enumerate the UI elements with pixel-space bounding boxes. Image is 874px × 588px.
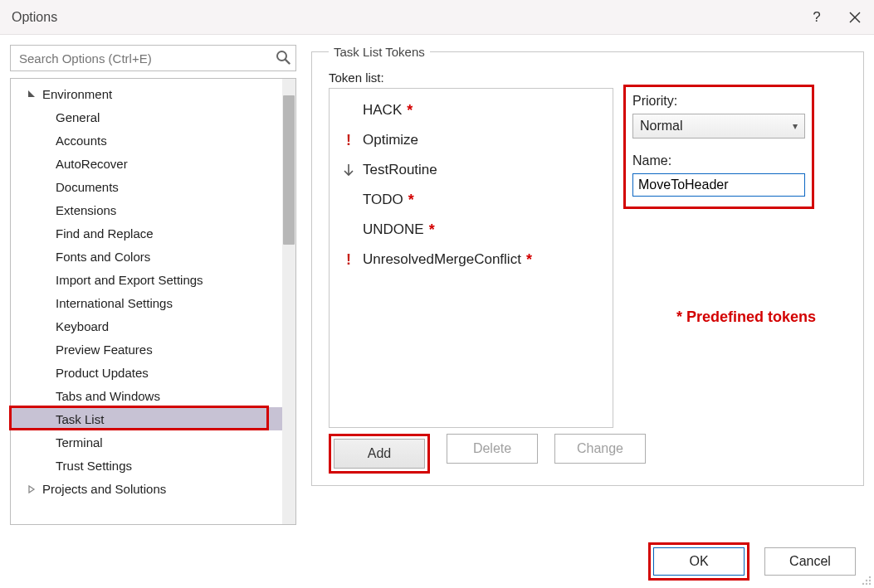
ok-button[interactable]: OK — [653, 547, 745, 576]
tree-item-accounts[interactable]: Accounts — [11, 129, 282, 152]
svg-point-8 — [866, 580, 867, 581]
window-title: Options — [12, 10, 798, 25]
expand-expanded-icon — [26, 86, 37, 100]
tree-item-label: Environment — [42, 87, 112, 101]
tree-item-label: General — [56, 110, 100, 124]
tree-item-label: Accounts — [56, 134, 107, 148]
cancel-button[interactable]: Cancel — [764, 547, 856, 576]
tree-item-label: International Settings — [56, 296, 173, 310]
svg-marker-4 — [28, 90, 35, 97]
tree-item-documents[interactable]: Documents — [11, 175, 282, 198]
svg-line-3 — [286, 60, 290, 64]
tree-item-label: Import and Export Settings — [56, 273, 203, 287]
resize-grip-icon[interactable] — [859, 573, 872, 586]
token-item[interactable]: TestRoutine — [330, 155, 613, 185]
search-icon — [276, 50, 291, 67]
svg-point-12 — [869, 583, 871, 585]
predefined-tokens-note: * Predefined tokens — [676, 309, 816, 326]
tree-item-label: Documents — [56, 180, 119, 194]
annotation-ok-box: OK — [648, 542, 749, 581]
token-item[interactable]: !Optimize — [330, 125, 613, 155]
tree-item-label: Extensions — [56, 203, 116, 217]
token-list[interactable]: HACK*!OptimizeTestRoutineTODO*UNDONE*!Un… — [329, 88, 613, 428]
tree-scroll-thumb[interactable] — [283, 95, 295, 245]
tree-item-label: Fonts and Colors — [56, 250, 150, 264]
group-title: Task List Tokens — [329, 45, 430, 59]
priority-value: Normal — [640, 119, 683, 134]
tree-item-label: Keyboard — [56, 319, 109, 333]
token-item[interactable]: TODO* — [330, 185, 613, 215]
predefined-star-icon: * — [407, 102, 413, 119]
tree-item-label: Terminal — [56, 435, 103, 450]
close-button[interactable] — [836, 0, 874, 35]
tree-item-product-updates[interactable]: Product Updates — [11, 361, 282, 384]
tree-item-label: Product Updates — [56, 366, 149, 380]
change-button[interactable]: Change — [554, 434, 646, 464]
tree-item-international-settings[interactable]: International Settings — [11, 291, 282, 314]
tree-item-label: Find and Replace — [56, 226, 154, 241]
tree-item-task-list[interactable]: Task List — [11, 407, 282, 430]
tree-item-label: Tabs and Windows — [56, 389, 160, 403]
priority-dropdown[interactable]: Normal ▾ — [632, 114, 805, 138]
svg-point-7 — [869, 576, 871, 578]
tree-item-autorecover[interactable]: AutoRecover — [11, 152, 282, 175]
tree-item-extensions[interactable]: Extensions — [11, 198, 282, 221]
tree-item-label: Preview Features — [56, 343, 153, 357]
annotation-priority-name-box: Priority: Normal ▾ Name: — [623, 85, 814, 209]
token-name: Optimize — [363, 132, 418, 148]
priority-low-icon — [341, 163, 356, 177]
predefined-star-icon: * — [526, 251, 532, 269]
token-name: UnresolvedMergeConflict — [363, 251, 521, 268]
tree-item-label: Projects and Solutions — [42, 482, 166, 496]
predefined-star-icon: * — [429, 221, 435, 239]
tree-item-preview-features[interactable]: Preview Features — [11, 338, 282, 361]
svg-marker-5 — [29, 486, 34, 493]
search-input[interactable] — [17, 51, 267, 66]
token-item[interactable]: UNDONE* — [330, 215, 613, 245]
token-item[interactable]: HACK* — [330, 95, 613, 125]
expand-collapsed-icon — [26, 482, 37, 496]
help-button[interactable]: ? — [798, 0, 836, 35]
annotation-add-box: Add — [329, 434, 430, 474]
task-list-tokens-group: Task List Tokens Token list: HACK*!Optim… — [311, 45, 864, 486]
tree-item-environment[interactable]: Environment — [11, 82, 282, 105]
tree-item-label: Task List — [56, 412, 104, 426]
delete-button[interactable]: Delete — [447, 434, 538, 464]
tree-item-label: Trust Settings — [56, 459, 132, 473]
search-input-wrapper[interactable] — [10, 45, 296, 71]
tree-item-import-and-export-settings[interactable]: Import and Export Settings — [11, 268, 282, 291]
tree-scrollbar[interactable] — [282, 79, 295, 524]
titlebar: Options ? — [0, 0, 874, 35]
tree-item-label: AutoRecover — [56, 157, 128, 171]
svg-point-10 — [862, 583, 864, 585]
name-input[interactable] — [632, 173, 805, 197]
token-name: TODO — [363, 192, 403, 208]
add-button[interactable]: Add — [334, 439, 425, 469]
tree-item-fonts-and-colors[interactable]: Fonts and Colors — [11, 245, 282, 268]
token-list-label: Token list: — [329, 70, 852, 85]
tree-item-terminal[interactable]: Terminal — [11, 430, 282, 454]
tree-item-keyboard[interactable]: Keyboard — [11, 314, 282, 338]
options-tree: EnvironmentGeneralAccountsAutoRecoverDoc… — [10, 78, 296, 525]
token-name: UNDONE — [363, 221, 424, 238]
tree-item-find-and-replace[interactable]: Find and Replace — [11, 221, 282, 245]
predefined-star-icon: * — [408, 192, 414, 209]
token-name: TestRoutine — [363, 162, 437, 178]
priority-high-icon: ! — [341, 133, 356, 148]
token-name: HACK — [363, 102, 402, 119]
priority-high-icon: ! — [341, 252, 356, 267]
tree-item-tabs-and-windows[interactable]: Tabs and Windows — [11, 384, 282, 407]
tree-item-trust-settings[interactable]: Trust Settings — [11, 454, 282, 477]
name-label: Name: — [632, 153, 805, 168]
tree-item-projects-and-solutions[interactable]: Projects and Solutions — [11, 477, 282, 500]
token-item[interactable]: !UnresolvedMergeConflict* — [330, 245, 613, 275]
svg-point-11 — [866, 583, 867, 585]
tree-item-general[interactable]: General — [11, 105, 282, 129]
svg-point-9 — [869, 580, 871, 581]
priority-label: Priority: — [632, 94, 805, 109]
close-icon — [849, 12, 861, 23]
chevron-down-icon: ▾ — [793, 120, 798, 132]
